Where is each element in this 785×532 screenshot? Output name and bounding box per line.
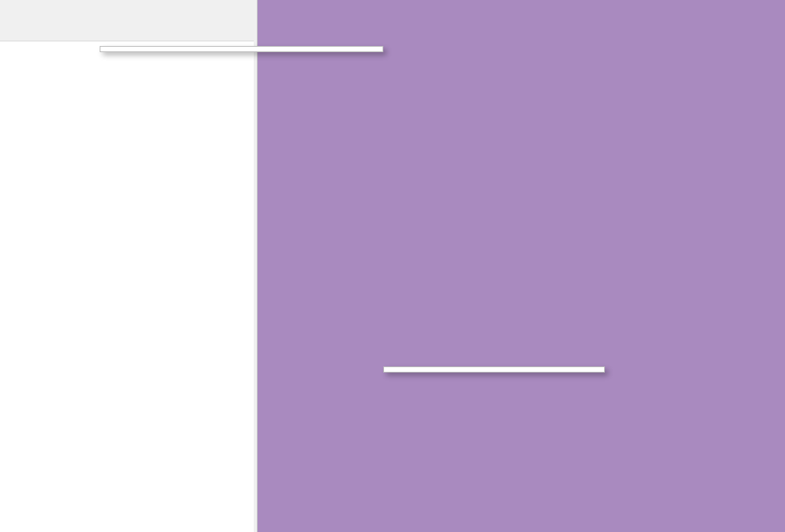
cadastral-map — [257, 0, 785, 532]
layers-panel-header — [0, 0, 254, 17]
layers-panel-toolbar — [0, 17, 254, 42]
layer-context-menu — [100, 46, 383, 52]
map-canvas[interactable] — [257, 0, 785, 532]
layers-panel — [0, 0, 254, 532]
layer-list — [0, 41, 254, 532]
export-submenu — [383, 366, 605, 373]
panel-splitter[interactable] — [254, 0, 258, 532]
